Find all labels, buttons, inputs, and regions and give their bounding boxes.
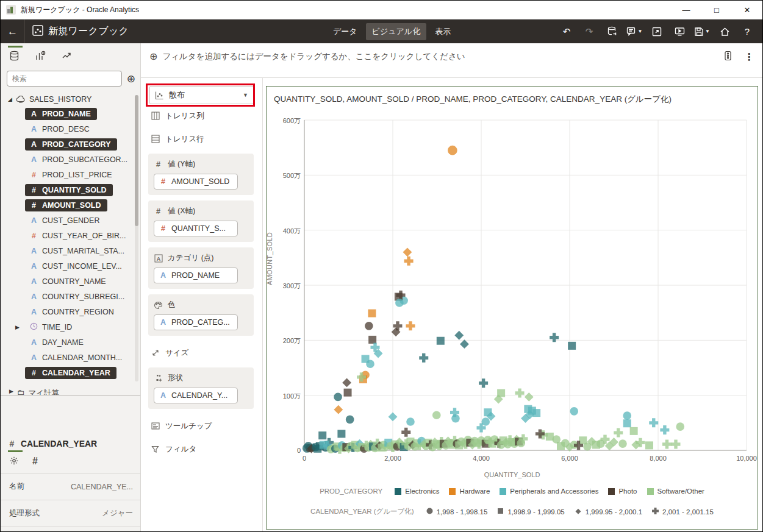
data-point[interactable] — [660, 425, 669, 434]
scatter-plot-area[interactable]: 0100万200万300万400万500万600万02,0004,0006,00… — [304, 120, 747, 450]
undo-icon[interactable]: ↶ — [557, 23, 576, 40]
data-point[interactable] — [334, 393, 342, 402]
data-point[interactable] — [334, 405, 343, 414]
home-icon[interactable] — [715, 23, 734, 40]
data-point[interactable] — [676, 422, 684, 431]
data-point[interactable] — [568, 342, 576, 350]
data-point[interactable] — [623, 411, 631, 420]
grammar-drop-target-トレリス行[interactable]: トレリス行 — [149, 127, 254, 151]
data-point[interactable] — [366, 360, 374, 368]
field-row[interactable]: #CUST_YEAR_OF_BIR... — [1, 228, 140, 243]
field-row[interactable]: ACUST_MARITAL_STA... — [1, 243, 140, 258]
field-row[interactable]: APROD_CATEGORY — [1, 137, 140, 152]
data-point[interactable] — [368, 310, 376, 317]
data-point[interactable] — [515, 389, 525, 398]
data-point[interactable] — [406, 417, 415, 426]
data-point[interactable] — [649, 418, 658, 427]
field-row[interactable]: ADAY_NAME — [1, 335, 140, 350]
legend-item-Software/Other[interactable]: Software/Other — [647, 488, 704, 495]
grammar-section-値 (X軸)[interactable]: #値 (X軸)#QUANTITY_S... — [148, 200, 254, 242]
my-calculations-row[interactable]: ▶ 🗀 マイ計算 — [1, 388, 140, 395]
data-point[interactable] — [344, 389, 352, 397]
property-row-処理形式[interactable]: 処理形式メジャー — [1, 500, 140, 527]
data-point[interactable] — [460, 339, 469, 349]
data-point[interactable] — [525, 392, 534, 402]
aggregation-properties-tab[interactable]: # — [32, 456, 38, 468]
tree-scrollbar[interactable] — [135, 95, 138, 381]
legend-item-Electronics[interactable]: Electronics — [395, 488, 439, 495]
shape-legend[interactable]: CALENDAR_YEAR (グループ化)1,998 - 1,998.151,9… — [267, 507, 758, 516]
add-filter-prompt[interactable]: ⊕ フィルタを追加するにはデータをドラッグするか、ここをクリックしてください — [149, 51, 465, 62]
property-row-名前[interactable]: 名前CALENDAR_YE... — [1, 473, 140, 500]
save-icon[interactable]: ▼ — [693, 23, 711, 40]
data-point[interactable] — [630, 427, 638, 435]
visualizations-tab[interactable] — [35, 51, 46, 63]
field-chip[interactable]: ACALENDAR_Y... — [154, 388, 238, 403]
back-button[interactable]: ← — [1, 20, 25, 43]
legend-item-2,001 - 2,001.15[interactable]: 2,001 - 2,001.15 — [652, 508, 714, 516]
scatter-viz-panel[interactable]: QUANTITY_SOLD, AMOUNT_SOLD / PROD_NAME, … — [266, 86, 758, 530]
legend-item-1,998 - 1,998.15[interactable]: 1,998 - 1,998.15 — [426, 508, 488, 516]
data-point[interactable] — [368, 336, 376, 344]
grammar-drop-target-サイズ[interactable]: サイズ — [149, 341, 254, 364]
grammar-section-色[interactable]: 色APROD_CATEG... — [148, 294, 254, 336]
legend-item-1,999.95 - 2,000.1[interactable]: 1,999.95 - 2,000.1 — [575, 508, 642, 516]
data-point[interactable] — [437, 337, 445, 345]
header-tab-ビジュアル化[interactable]: ビジュアル化 — [366, 23, 427, 40]
field-row[interactable]: ACOUNTRY_NAME — [1, 274, 140, 289]
data-point[interactable] — [570, 407, 578, 416]
field-row[interactable]: ACUST_GENDER — [1, 213, 140, 228]
data-point[interactable] — [448, 146, 457, 155]
grammar-drop-target-フィルタ[interactable]: フィルタ — [149, 438, 254, 461]
field-row[interactable]: APROD_DESC — [1, 121, 140, 137]
help-icon[interactable]: ? — [738, 23, 756, 40]
data-point[interactable] — [532, 409, 540, 417]
data-point[interactable] — [557, 442, 565, 450]
grammar-section-値 (Y軸)[interactable]: #値 (Y軸)#AMOUNT_SOLD — [148, 154, 254, 195]
field-chip[interactable]: APROD_CATEG... — [154, 314, 238, 330]
field-row[interactable]: APROD_NAME — [1, 106, 140, 121]
data-point[interactable] — [614, 428, 623, 438]
grammar-drop-target-ツールチップ[interactable]: ツールチップ — [149, 414, 254, 438]
legend-item-Peripherals and Accessories[interactable]: Peripherals and Accessories — [500, 488, 598, 495]
data-point[interactable] — [550, 333, 559, 342]
annotate-icon[interactable]: ▼ — [625, 23, 643, 40]
field-row[interactable]: #PROD_LIST_PRICE — [1, 167, 140, 182]
field-row[interactable]: ACALENDAR_MONTH... — [1, 350, 140, 365]
data-point[interactable] — [406, 321, 415, 330]
data-point[interactable] — [389, 412, 398, 421]
legend-item-Photo[interactable]: Photo — [608, 488, 637, 495]
kebab-menu-icon[interactable]: ⋮ — [744, 51, 754, 63]
data-point[interactable] — [404, 257, 414, 266]
data-point[interactable] — [662, 440, 672, 449]
field-row[interactable]: #CALENDAR_YEAR — [1, 365, 140, 380]
data-point[interactable] — [618, 439, 627, 448]
data-point[interactable] — [481, 417, 490, 426]
maximize-button[interactable]: □ — [701, 1, 732, 20]
field-chip[interactable]: #QUANTITY_S... — [154, 221, 238, 236]
field-row[interactable]: APROD_SUBCATEGOR... — [1, 152, 140, 167]
data-point[interactable] — [479, 378, 488, 388]
collapse-caret-icon[interactable]: ▶ — [15, 324, 24, 330]
data-point[interactable] — [337, 430, 345, 438]
expand-caret-icon[interactable]: ◢ — [8, 96, 12, 102]
header-tab-表示[interactable]: 表示 — [429, 23, 457, 40]
data-point[interactable] — [623, 419, 631, 427]
field-row[interactable]: ACOUNTRY_SUBREGI... — [1, 289, 140, 304]
property-row-データ型[interactable]: データ型数値 — [1, 527, 140, 532]
field-row[interactable]: #AMOUNT_SOLD — [1, 197, 140, 213]
legend-item-Hardware[interactable]: Hardware — [449, 488, 490, 495]
data-point[interactable] — [524, 405, 532, 413]
header-tab-データ[interactable]: データ — [327, 23, 364, 40]
field-chip[interactable]: #AMOUNT_SOLD — [154, 174, 238, 190]
data-point[interactable] — [592, 441, 600, 449]
canvas-settings-icon[interactable] — [723, 51, 733, 63]
color-legend[interactable]: PROD_CATEGORYElectronicsHardwarePeripher… — [267, 488, 758, 495]
dataset-row[interactable]: ◢ SALES_HISTORY — [1, 93, 140, 106]
grammar-section-形状[interactable]: 形状ACALENDAR_Y... — [148, 367, 254, 409]
field-chip[interactable]: APROD_NAME — [154, 268, 238, 283]
data-point[interactable] — [454, 331, 464, 340]
data-point[interactable] — [403, 247, 412, 257]
chart-type-dropdown[interactable]: 散布 ▼ — [149, 86, 254, 104]
minimize-button[interactable]: — — [671, 1, 701, 20]
